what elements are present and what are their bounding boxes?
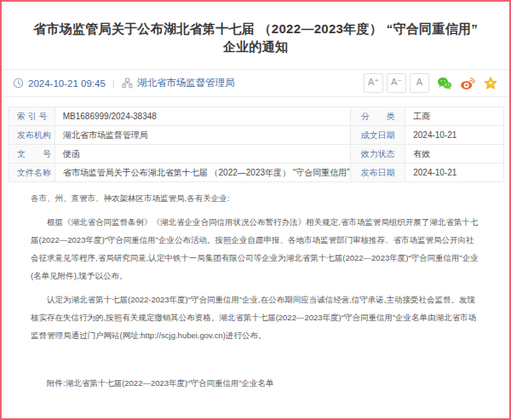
clock-icon bbox=[13, 78, 24, 89]
font-decrease-button[interactable]: A⁻ bbox=[387, 73, 406, 93]
attachment-line: 附件:湖北省第十七届(2022—2023年度)“守合同重信用”企业名单 bbox=[31, 374, 481, 392]
salutation: 各市、州、直管市、神农架林区市场监管局,各有关企业: bbox=[31, 189, 481, 207]
org-sitemap-icon bbox=[122, 78, 133, 89]
table-row: 索 引 号 MB1686999/2024-38348 分 类 工商 bbox=[9, 107, 504, 126]
font-reset-button[interactable]: A bbox=[410, 73, 429, 93]
meta-info: 2024-10-21 09:45 | 湖北省市场监督管理局 bbox=[13, 77, 235, 89]
document-body: 各市、州、直管市、神农架林区市场监管局,各有关企业: 根据《湖北省合同监督条例》… bbox=[2, 182, 509, 392]
category-value: 工商 bbox=[405, 107, 504, 126]
source-org-link[interactable]: 湖北省市场监督管理局 bbox=[137, 77, 235, 89]
signature-block: 湖北省市场监督管理局 2024年10月21日 bbox=[2, 398, 509, 420]
file-name-label: 文件名称 bbox=[9, 164, 55, 182]
doc-number-label: 文 号 bbox=[9, 145, 55, 164]
validity-status-label: 效力状态 bbox=[351, 145, 405, 164]
index-number-label: 索 引 号 bbox=[9, 107, 55, 126]
written-date-label: 成文日期 bbox=[351, 126, 405, 145]
publish-date-label: 发布日期 bbox=[351, 164, 405, 182]
table-row: 发布机构 湖北省市场监督管理局 成文日期 2024-10-21 bbox=[9, 126, 504, 145]
favorite-star-icon[interactable] bbox=[483, 76, 498, 91]
category-label: 分 类 bbox=[351, 107, 405, 126]
meta-tools: A⁺ A⁻ A bbox=[360, 73, 498, 93]
issuing-agency-value: 湖北省市场监督管理局 bbox=[55, 126, 350, 145]
written-date-value: 2024-10-21 bbox=[405, 126, 504, 145]
body-paragraph-1: 根据《湖北省合同监督条例》《湖北省企业合同信用状况公布暂行办法》相关规定,省市场… bbox=[31, 213, 481, 285]
page-title: 省市场监管局关于公布湖北省第十七届 （2022—2023年度） “守合同重信用”… bbox=[2, 2, 509, 55]
index-number-value: MB1686999/2024-38348 bbox=[55, 107, 350, 126]
publish-date-value: 2024-10-21 bbox=[405, 164, 504, 182]
meta-bar: 2024-10-21 09:45 | 湖北省市场监督管理局 A⁺ A⁻ A bbox=[2, 69, 509, 97]
issuing-agency-label: 发布机构 bbox=[9, 126, 55, 145]
table-row: 文 号 便函 效力状态 有效 bbox=[9, 145, 504, 164]
validity-status-value: 有效 bbox=[405, 145, 504, 164]
body-paragraph-2: 认定为湖北省第十七届(2022-2023年度)“守合同重信用”企业,在公布期间应… bbox=[31, 291, 481, 344]
notice-page: { "page": { "title": "省市场监管局关于公布湖北省第十七届 … bbox=[0, 0, 511, 420]
doc-number-value: 便函 bbox=[55, 145, 350, 164]
weibo-share-icon[interactable] bbox=[460, 76, 475, 91]
document-info-table: 索 引 号 MB1686999/2024-38348 分 类 工商 发布机构 湖… bbox=[9, 106, 504, 182]
file-name-value: 省市场监管局关于公布湖北省第十七届 （2022—2023年度） “守合同重信用”… bbox=[55, 164, 350, 182]
publish-datetime: 2024-10-21 09:45 bbox=[28, 78, 106, 89]
meta-separator: | bbox=[112, 78, 115, 89]
wechat-share-icon[interactable] bbox=[437, 76, 452, 91]
table-row: 文件名称 省市场监管局关于公布湖北省第十七届 （2022—2023年度） “守合… bbox=[9, 164, 504, 182]
font-increase-button[interactable]: A⁺ bbox=[364, 73, 383, 93]
signature-org: 湖北省市场监督管理局 bbox=[2, 415, 476, 420]
